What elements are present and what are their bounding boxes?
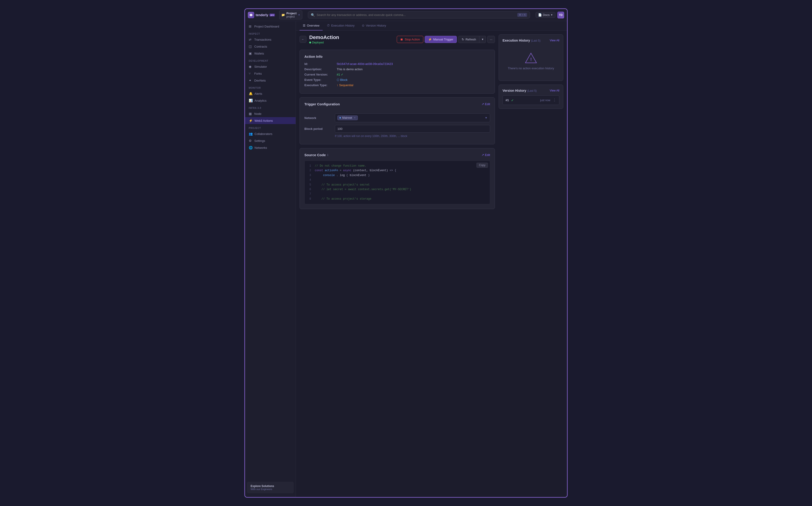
code-line: 5 // To access project's secret bbox=[307, 182, 487, 187]
code-line: 4 bbox=[307, 178, 487, 182]
source-code-title-area: Source Code ℹ bbox=[304, 153, 328, 157]
refresh-button[interactable]: ↻ Refresh bbox=[458, 36, 480, 43]
refresh-dropdown-button[interactable]: ▼ bbox=[480, 36, 486, 43]
settings-icon: ⚙ bbox=[249, 139, 252, 143]
network-tag-close[interactable]: × bbox=[354, 116, 356, 119]
refresh-icon: ↻ bbox=[462, 38, 464, 41]
sidebar-item-label: Transactions bbox=[254, 38, 271, 41]
section-infra: Infra 3.0 bbox=[245, 104, 296, 110]
chevron-down-icon: ▼ bbox=[481, 38, 484, 41]
footer-subtitle: With our Engineers bbox=[250, 488, 290, 491]
sidebar-item-project-dashboard[interactable]: ⊞ Project Dashboard bbox=[245, 23, 296, 30]
execution-history-view-all[interactable]: View All bbox=[550, 39, 560, 42]
network-select[interactable]: Mainnet × ▼ bbox=[335, 113, 490, 122]
right-panel: Execution History (Last 5) View All ! Th… bbox=[499, 34, 563, 493]
code-line: 1 // Do not change function name. bbox=[307, 164, 487, 168]
sidebar-item-web3-actions[interactable]: ⚡ Web3 Actions bbox=[245, 117, 296, 124]
logo-text: tenderly bbox=[256, 13, 268, 17]
trigger-config-card: Trigger Configuration ↗ Edit Network bbox=[300, 97, 495, 145]
sidebar-item-transactions[interactable]: ⇄ Transactions bbox=[245, 36, 296, 43]
network-label: Network bbox=[304, 116, 332, 120]
action-info-title: Action Info bbox=[304, 55, 490, 59]
collaborators-icon: 👥 bbox=[249, 132, 252, 136]
search-input[interactable] bbox=[317, 13, 515, 17]
sidebar-item-forks[interactable]: ⑂ Forks bbox=[245, 70, 296, 77]
execution-history-title-area: Execution History (Last 5) bbox=[503, 38, 540, 43]
sidebar-item-analytics[interactable]: 📊 Analytics bbox=[245, 97, 296, 104]
block-period-label: Block period bbox=[304, 127, 332, 131]
version-history-title: Version History bbox=[503, 89, 526, 92]
stop-action-button[interactable]: ⏹ Stop Action bbox=[397, 36, 423, 43]
version-history-view-all[interactable]: View All bbox=[550, 89, 560, 92]
execution-history-title: Execution History bbox=[503, 38, 530, 42]
execution-history-header: Execution History (Last 5) View All bbox=[503, 38, 560, 43]
project-selector[interactable]: 📁 Project project ▼ bbox=[279, 10, 302, 19]
avatar[interactable]: TD bbox=[557, 12, 564, 18]
version-more-button[interactable]: ⋮ bbox=[553, 98, 556, 102]
tab-execution-history[interactable]: ⏱ Execution History bbox=[323, 21, 358, 30]
topbar: tenderly pro 📁 Project project ▼ 🔍 ⌘ + K… bbox=[245, 9, 567, 21]
refresh-group: ↻ Refresh ▼ bbox=[458, 36, 486, 43]
section-project: Project bbox=[245, 124, 296, 130]
tab-overview[interactable]: ☰ Overview bbox=[300, 21, 323, 30]
sidebar-footer[interactable]: Explore Solutions With our Engineers bbox=[247, 482, 294, 493]
project-label: Project bbox=[286, 12, 297, 15]
chevron-down-icon: ▼ bbox=[550, 14, 553, 16]
forks-icon: ⑂ bbox=[249, 72, 252, 75]
id-value[interactable]: 5b1647cf-acae-400d-ad38-09ca0a723423 bbox=[337, 62, 393, 66]
trigger-edit-link[interactable]: ↗ Edit bbox=[482, 102, 490, 106]
more-button[interactable]: ··· bbox=[487, 36, 495, 43]
block-icon: ⬡ bbox=[337, 78, 339, 82]
devnets-icon: ✦ bbox=[249, 79, 252, 82]
description-value: This is demo action bbox=[337, 68, 363, 71]
simulator-icon: ◉ bbox=[249, 65, 252, 68]
version-history-subtitle: (Last 5) bbox=[527, 89, 537, 92]
logo-area: tenderly pro bbox=[248, 12, 276, 18]
copy-button[interactable]: Copy bbox=[477, 163, 488, 168]
block-period-input[interactable] bbox=[335, 125, 490, 133]
back-button[interactable]: ← bbox=[300, 36, 306, 43]
version-history-header: Version History (Last 5) View All bbox=[503, 88, 560, 93]
source-edit-link[interactable]: ↗ Edit bbox=[482, 153, 490, 157]
tab-version-history[interactable]: ⊙ Version History bbox=[359, 21, 389, 30]
info-row-version: Current Version: #1 ✓ bbox=[304, 73, 490, 76]
web3-actions-icon: ⚡ bbox=[249, 119, 252, 122]
sidebar-item-label: Settings bbox=[254, 139, 265, 143]
version-number: #1 bbox=[506, 98, 509, 102]
section-development: Development bbox=[245, 57, 296, 63]
search-bar[interactable]: 🔍 ⌘ + K bbox=[308, 11, 530, 18]
action-content: ← DemoAction Deployed ⏹ bbox=[296, 31, 567, 497]
sidebar-item-label: Alerts bbox=[255, 92, 262, 95]
code-block: Copy 1 // Do not change function name. 2… bbox=[304, 161, 490, 204]
svg-text:!: ! bbox=[530, 57, 532, 62]
sidebar-item-collaborators[interactable]: 👥 Collaborators bbox=[245, 130, 296, 137]
alerts-icon: 🔔 bbox=[249, 92, 252, 95]
sidebar-item-contracts[interactable]: ◫ Contracts bbox=[245, 43, 296, 50]
sidebar-item-networks[interactable]: 🌐 Networks bbox=[245, 144, 296, 151]
action-buttons: ⏹ Stop Action ⚡ Manual Trigger ↻ Refres bbox=[397, 36, 495, 43]
sidebar-item-alerts[interactable]: 🔔 Alerts bbox=[245, 90, 296, 97]
sidebar-item-node[interactable]: ▦ Node bbox=[245, 110, 296, 117]
docs-button[interactable]: 📄 Docs ▼ bbox=[535, 12, 555, 18]
sidebar-item-wallets[interactable]: ▣ Wallets bbox=[245, 50, 296, 57]
sidebar-item-simulator[interactable]: ◉ Simulator bbox=[245, 63, 296, 70]
manual-trigger-button[interactable]: ⚡ Manual Trigger bbox=[425, 36, 457, 43]
dashboard-icon: ⊞ bbox=[249, 24, 252, 28]
network-tag: Mainnet × bbox=[337, 115, 358, 120]
warning-triangle-icon: ! bbox=[524, 52, 537, 64]
main-layout: ⊞ Project Dashboard Inspect ⇄ Transactio… bbox=[245, 21, 567, 497]
search-icon: 🔍 bbox=[311, 13, 315, 17]
sequential-icon: ↑ bbox=[337, 83, 338, 87]
sidebar-item-devnets[interactable]: ✦ DevNets bbox=[245, 77, 296, 84]
source-code-card: Source Code ℹ ↗ Edit Copy 1 bbox=[300, 148, 495, 209]
edit-icon: ↗ bbox=[482, 153, 484, 157]
sidebar-item-settings[interactable]: ⚙ Settings bbox=[245, 137, 296, 144]
sidebar-item-label: Node bbox=[254, 112, 262, 115]
code-line: 7 bbox=[307, 192, 487, 196]
info-icon: ℹ bbox=[327, 153, 328, 157]
deployed-badge: Deployed bbox=[309, 41, 394, 44]
stop-icon: ⏹ bbox=[400, 38, 403, 41]
code-line: 3 console . log ( blockEvent ) bbox=[307, 173, 487, 178]
sidebar-item-label: Collaborators bbox=[255, 132, 272, 136]
version-history-tab-icon: ⊙ bbox=[362, 24, 365, 27]
